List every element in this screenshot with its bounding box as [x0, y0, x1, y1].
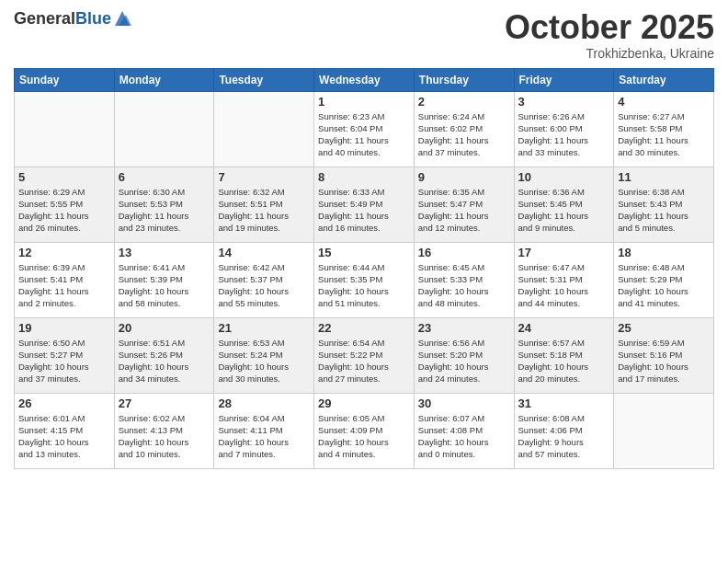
table-row: 24Sunrise: 6:57 AM Sunset: 5:18 PM Dayli…: [514, 317, 614, 393]
header-wednesday: Wednesday: [314, 68, 415, 91]
day-info: Sunrise: 6:32 AM Sunset: 5:51 PM Dayligh…: [218, 186, 310, 235]
day-info: Sunrise: 6:08 AM Sunset: 4:06 PM Dayligh…: [518, 412, 610, 461]
day-number: 12: [18, 246, 110, 259]
day-number: 15: [318, 246, 410, 259]
calendar-table: Sunday Monday Tuesday Wednesday Thursday…: [14, 68, 714, 469]
subtitle: Trokhizbenka, Ukraine: [505, 46, 714, 61]
day-number: 16: [418, 246, 510, 259]
table-row: 5Sunrise: 6:29 AM Sunset: 5:55 PM Daylig…: [15, 167, 115, 242]
day-info: Sunrise: 6:04 AM Sunset: 4:11 PM Dayligh…: [218, 412, 310, 461]
day-number: 1: [318, 95, 410, 109]
table-row: 25Sunrise: 6:59 AM Sunset: 5:16 PM Dayli…: [614, 317, 714, 393]
table-row: 13Sunrise: 6:41 AM Sunset: 5:39 PM Dayli…: [114, 242, 214, 317]
logo-text: GeneralBlue: [14, 10, 111, 29]
table-row: 1Sunrise: 6:23 AM Sunset: 6:04 PM Daylig…: [314, 91, 415, 167]
header-friday: Friday: [514, 68, 614, 91]
day-info: Sunrise: 6:36 AM Sunset: 5:45 PM Dayligh…: [518, 186, 610, 235]
table-row: 27Sunrise: 6:02 AM Sunset: 4:13 PM Dayli…: [114, 393, 214, 468]
calendar-week-row: 5Sunrise: 6:29 AM Sunset: 5:55 PM Daylig…: [15, 167, 714, 242]
day-number: 31: [518, 396, 610, 410]
calendar-week-row: 26Sunrise: 6:01 AM Sunset: 4:15 PM Dayli…: [15, 393, 714, 468]
day-number: 18: [618, 246, 710, 259]
table-row: 16Sunrise: 6:45 AM Sunset: 5:33 PM Dayli…: [414, 242, 514, 317]
day-number: 23: [418, 321, 510, 335]
day-number: 8: [318, 170, 410, 184]
day-info: Sunrise: 6:29 AM Sunset: 5:55 PM Dayligh…: [18, 186, 110, 235]
day-info: Sunrise: 6:23 AM Sunset: 6:04 PM Dayligh…: [318, 110, 410, 159]
page-container: GeneralBlue October 2025 Trokhizbenka, U…: [0, 0, 728, 474]
day-number: 7: [218, 170, 310, 184]
day-info: Sunrise: 6:38 AM Sunset: 5:43 PM Dayligh…: [618, 186, 710, 235]
table-row: 4Sunrise: 6:27 AM Sunset: 5:58 PM Daylig…: [614, 91, 714, 167]
logo-icon: [113, 9, 131, 29]
table-row: 3Sunrise: 6:26 AM Sunset: 6:00 PM Daylig…: [514, 91, 614, 167]
day-info: Sunrise: 6:57 AM Sunset: 5:18 PM Dayligh…: [518, 337, 610, 385]
day-info: Sunrise: 6:35 AM Sunset: 5:47 PM Dayligh…: [418, 186, 510, 235]
day-number: 10: [518, 170, 610, 184]
day-number: 6: [119, 170, 210, 184]
day-number: 28: [218, 396, 310, 410]
day-info: Sunrise: 6:27 AM Sunset: 5:58 PM Dayligh…: [618, 110, 710, 159]
day-info: Sunrise: 6:45 AM Sunset: 5:33 PM Dayligh…: [418, 261, 510, 310]
day-number: 26: [18, 396, 110, 410]
header-monday: Monday: [114, 68, 214, 91]
day-info: Sunrise: 6:33 AM Sunset: 5:49 PM Dayligh…: [318, 186, 410, 235]
header-saturday: Saturday: [614, 68, 714, 91]
day-info: Sunrise: 6:53 AM Sunset: 5:24 PM Dayligh…: [218, 337, 310, 385]
table-row: 29Sunrise: 6:05 AM Sunset: 4:09 PM Dayli…: [314, 393, 415, 468]
day-number: 21: [218, 321, 310, 335]
day-number: 11: [618, 170, 710, 184]
table-row: 21Sunrise: 6:53 AM Sunset: 5:24 PM Dayli…: [214, 317, 314, 393]
day-info: Sunrise: 6:59 AM Sunset: 5:16 PM Dayligh…: [618, 337, 710, 385]
day-info: Sunrise: 6:01 AM Sunset: 4:15 PM Dayligh…: [18, 412, 110, 461]
header: GeneralBlue October 2025 Trokhizbenka, U…: [14, 9, 714, 61]
day-info: Sunrise: 6:07 AM Sunset: 4:08 PM Dayligh…: [418, 412, 510, 461]
day-info: Sunrise: 6:48 AM Sunset: 5:29 PM Dayligh…: [618, 261, 710, 310]
table-row: 31Sunrise: 6:08 AM Sunset: 4:06 PM Dayli…: [514, 393, 614, 468]
day-info: Sunrise: 6:44 AM Sunset: 5:35 PM Dayligh…: [318, 261, 410, 310]
day-info: Sunrise: 6:39 AM Sunset: 5:41 PM Dayligh…: [18, 261, 110, 310]
table-row: 20Sunrise: 6:51 AM Sunset: 5:26 PM Dayli…: [114, 317, 214, 393]
table-row: 28Sunrise: 6:04 AM Sunset: 4:11 PM Dayli…: [214, 393, 314, 468]
day-info: Sunrise: 6:56 AM Sunset: 5:20 PM Dayligh…: [418, 337, 510, 385]
table-row: 22Sunrise: 6:54 AM Sunset: 5:22 PM Dayli…: [314, 317, 415, 393]
calendar-week-row: 1Sunrise: 6:23 AM Sunset: 6:04 PM Daylig…: [15, 91, 714, 167]
day-number: 25: [618, 321, 710, 335]
table-row: 6Sunrise: 6:30 AM Sunset: 5:53 PM Daylig…: [114, 167, 214, 242]
day-info: Sunrise: 6:42 AM Sunset: 5:37 PM Dayligh…: [218, 261, 310, 310]
header-sunday: Sunday: [15, 68, 115, 91]
table-row: 23Sunrise: 6:56 AM Sunset: 5:20 PM Dayli…: [414, 317, 514, 393]
day-number: 5: [18, 170, 110, 184]
day-number: 20: [119, 321, 210, 335]
day-info: Sunrise: 6:50 AM Sunset: 5:27 PM Dayligh…: [18, 337, 110, 385]
month-title: October 2025: [505, 9, 714, 46]
day-number: 24: [518, 321, 610, 335]
table-row: [114, 91, 214, 167]
day-number: 2: [418, 95, 510, 109]
day-info: Sunrise: 6:41 AM Sunset: 5:39 PM Dayligh…: [119, 261, 210, 310]
day-info: Sunrise: 6:24 AM Sunset: 6:02 PM Dayligh…: [418, 110, 510, 159]
header-thursday: Thursday: [414, 68, 514, 91]
calendar-week-row: 12Sunrise: 6:39 AM Sunset: 5:41 PM Dayli…: [15, 242, 714, 317]
day-number: 4: [618, 95, 710, 109]
table-row: 18Sunrise: 6:48 AM Sunset: 5:29 PM Dayli…: [614, 242, 714, 317]
day-info: Sunrise: 6:54 AM Sunset: 5:22 PM Dayligh…: [318, 337, 410, 385]
day-number: 3: [518, 95, 610, 109]
table-row: 17Sunrise: 6:47 AM Sunset: 5:31 PM Dayli…: [514, 242, 614, 317]
day-info: Sunrise: 6:30 AM Sunset: 5:53 PM Dayligh…: [119, 186, 210, 235]
day-number: 27: [119, 396, 210, 410]
day-number: 9: [418, 170, 510, 184]
day-number: 14: [218, 246, 310, 259]
table-row: 7Sunrise: 6:32 AM Sunset: 5:51 PM Daylig…: [214, 167, 314, 242]
table-row: [214, 91, 314, 167]
day-info: Sunrise: 6:02 AM Sunset: 4:13 PM Dayligh…: [119, 412, 210, 461]
day-number: 22: [318, 321, 410, 335]
table-row: 26Sunrise: 6:01 AM Sunset: 4:15 PM Dayli…: [15, 393, 115, 468]
table-row: [15, 91, 115, 167]
day-info: Sunrise: 6:47 AM Sunset: 5:31 PM Dayligh…: [518, 261, 610, 310]
table-row: 30Sunrise: 6:07 AM Sunset: 4:08 PM Dayli…: [414, 393, 514, 468]
table-row: 19Sunrise: 6:50 AM Sunset: 5:27 PM Dayli…: [15, 317, 115, 393]
table-row: 14Sunrise: 6:42 AM Sunset: 5:37 PM Dayli…: [214, 242, 314, 317]
table-row: 2Sunrise: 6:24 AM Sunset: 6:02 PM Daylig…: [414, 91, 514, 167]
day-info: Sunrise: 6:26 AM Sunset: 6:00 PM Dayligh…: [518, 110, 610, 159]
